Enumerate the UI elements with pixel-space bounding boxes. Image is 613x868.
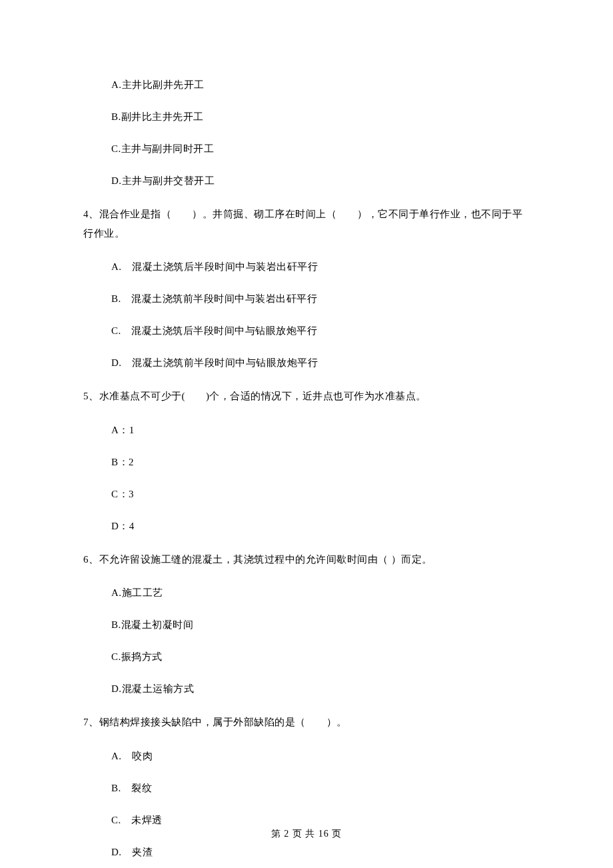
- q7-option-a: A. 咬肉: [111, 748, 530, 764]
- q7-option-b: B. 裂纹: [111, 780, 530, 796]
- q4-option-d: D. 混凝土浇筑前半段时间中与钻眼放炮平行: [111, 355, 530, 371]
- q7-text: 7、钢结构焊接接头缺陷中，属于外部缺陷的是（ ）。: [83, 713, 530, 732]
- q3-option-a: A.主井比副井先开工: [111, 77, 530, 93]
- q4-option-c: C. 混凝土浇筑后半段时间中与钻眼放炮平行: [111, 323, 530, 339]
- q7-option-c: C. 未焊透: [111, 812, 530, 828]
- q3-option-c: C.主井与副井同时开工: [111, 141, 530, 157]
- q6-option-d: D.混凝土运输方式: [111, 681, 530, 697]
- q5-text: 5、水准基点不可少于( )个，合适的情况下，近井点也可作为水准基点。: [83, 387, 530, 406]
- q6-text: 6、不允许留设施工缝的混凝土，其浇筑过程中的允许间歇时间由（ ）而定。: [83, 550, 530, 569]
- q6-option-b: B.混凝土初凝时间: [111, 617, 530, 633]
- q4-option-b: B. 混凝土浇筑前半段时间中与装岩出矸平行: [111, 291, 530, 307]
- q3-option-b: B.副井比主井先开工: [111, 109, 530, 125]
- q5-option-b: B：2: [111, 454, 530, 470]
- q5-option-d: D：4: [111, 518, 530, 534]
- page-footer: 第 2 页 共 16 页: [0, 827, 613, 841]
- q7-option-d: D. 夹渣: [111, 844, 530, 860]
- q4-text: 4、混合作业是指（ ）。井筒掘、砌工序在时间上（ ），它不同于单行作业，也不同于…: [83, 205, 530, 243]
- q4-option-a: A. 混凝土浇筑后半段时间中与装岩出矸平行: [111, 259, 530, 275]
- q6-option-c: C.振捣方式: [111, 649, 530, 665]
- q6-option-a: A.施工工艺: [111, 585, 530, 601]
- q3-option-d: D.主井与副井交替开工: [111, 173, 530, 189]
- q5-option-c: C：3: [111, 486, 530, 502]
- document-content: A.主井比副井先开工 B.副井比主井先开工 C.主井与副井同时开工 D.主井与副…: [0, 0, 613, 860]
- q5-option-a: A：1: [111, 422, 530, 438]
